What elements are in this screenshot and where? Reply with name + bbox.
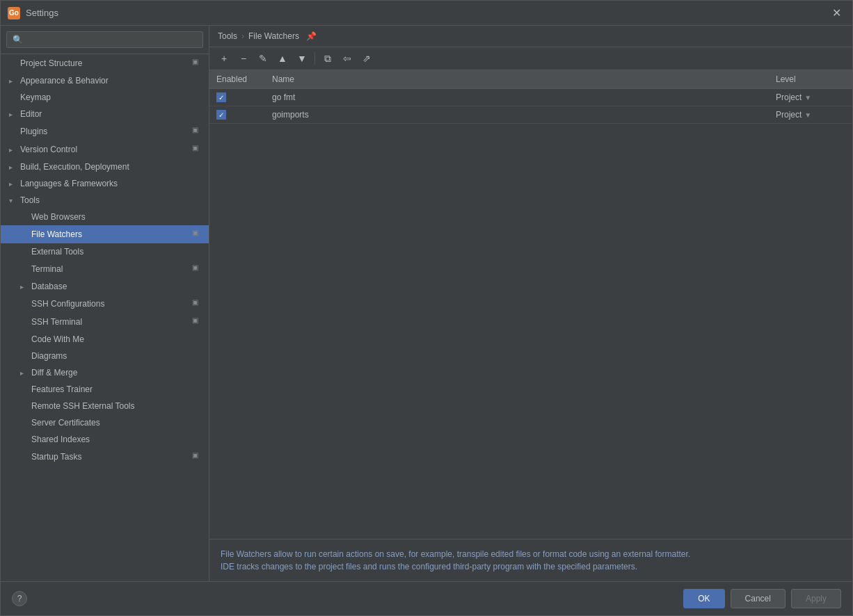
sidebar-item-label: Build, Execution, Deployment: [20, 162, 203, 172]
expand-arrow: ▸: [9, 163, 19, 171]
cell-name-1: goimports: [265, 106, 769, 123]
apply-button[interactable]: Apply: [791, 589, 841, 608]
settings-icon: ▣: [192, 451, 203, 462]
sidebar-item-ssh-configurations[interactable]: SSH Configurations▣: [1, 295, 209, 313]
table-header: Enabled Name Level: [209, 70, 852, 89]
sidebar-item-web-browsers[interactable]: Web Browsers: [1, 209, 209, 225]
sidebar-item-tools[interactable]: ▾Tools: [1, 192, 209, 209]
sidebar-item-label: Startup Tasks: [31, 452, 192, 462]
expand-arrow: ▸: [9, 111, 19, 118]
sidebar-item-diff-merge[interactable]: ▸Diff & Merge: [1, 364, 209, 381]
sidebar-item-version-control[interactable]: ▸Version Control▣: [1, 140, 209, 159]
title-bar: Go Settings ✕: [1, 1, 852, 26]
sidebar-item-label: Web Browsers: [31, 212, 203, 222]
breadcrumb-separator: ›: [241, 31, 244, 41]
cancel-button[interactable]: Cancel: [731, 589, 786, 608]
sidebar-item-remote-ssh-external-tools[interactable]: Remote SSH External Tools: [1, 398, 209, 414]
move-up-button[interactable]: ▲: [273, 50, 292, 67]
sidebar-item-project-structure[interactable]: Project Structure▣: [1, 54, 209, 72]
sidebar-item-label: Server Certificates: [31, 418, 203, 428]
sidebar-item-languages-frameworks[interactable]: ▸Languages & Frameworks: [1, 175, 209, 192]
settings-icon: ▣: [192, 126, 203, 137]
checkbox-1[interactable]: [216, 110, 226, 120]
cell-level-1: Project ▼: [769, 106, 852, 123]
sidebar-item-label: Database: [31, 282, 203, 291]
close-button[interactable]: ✕: [828, 5, 845, 21]
app-icon: Go: [8, 7, 20, 19]
expand-arrow: ▸: [20, 283, 30, 291]
sidebar-item-appearance-behavior[interactable]: ▸Appearance & Behavior: [1, 72, 209, 89]
description-line2: IDE tracks changes to the project files …: [221, 560, 841, 573]
sidebar-item-label: Tools: [20, 195, 203, 205]
sidebar-item-label: File Watchers: [31, 229, 192, 239]
table-row: go fmt Project ▼: [209, 89, 852, 106]
sidebar-item-label: SSH Terminal: [31, 317, 192, 327]
sidebar-item-label: Remote SSH External Tools: [31, 401, 203, 411]
settings-icon: ▣: [192, 316, 203, 327]
edit-button[interactable]: ✎: [254, 50, 272, 67]
sidebar-item-ssh-terminal[interactable]: SSH Terminal▣: [1, 313, 209, 331]
main-panel: Tools › File Watchers 📌 + − ✎ ▲ ▼ ⧉ ⇦ ⇗: [209, 26, 852, 581]
sidebar: Project Structure▣▸Appearance & Behavior…: [1, 26, 209, 581]
level-dropdown-1[interactable]: Project ▼: [776, 110, 811, 120]
table-rows: go fmt Project ▼ goimports Project ▼: [209, 89, 852, 124]
cell-name-0: go fmt: [265, 89, 769, 106]
sidebar-item-label: Terminal: [31, 264, 192, 274]
settings-icon: ▣: [192, 144, 203, 155]
settings-icon: ▣: [192, 229, 203, 240]
sidebar-item-diagrams[interactable]: Diagrams: [1, 348, 209, 364]
col-level: Level: [769, 70, 852, 88]
sidebar-item-server-certificates[interactable]: Server Certificates: [1, 414, 209, 431]
col-name: Name: [265, 70, 769, 88]
help-button[interactable]: ?: [12, 591, 27, 606]
sidebar-item-startup-tasks[interactable]: Startup Tasks▣: [1, 448, 209, 466]
expand-arrow: ▸: [9, 146, 19, 154]
settings-dialog: Go Settings ✕ Project Structure▣▸Appeara…: [0, 0, 853, 616]
sidebar-item-label: External Tools: [31, 247, 203, 257]
sidebar-item-code-with-me[interactable]: Code With Me: [1, 331, 209, 348]
toolbar: + − ✎ ▲ ▼ ⧉ ⇦ ⇗: [209, 47, 852, 70]
sidebar-item-label: Features Trainer: [31, 384, 203, 394]
expand-arrow: ▾: [9, 197, 19, 204]
sidebar-item-label: Version Control: [20, 145, 192, 154]
sidebar-item-label: Code With Me: [31, 334, 203, 344]
import-button[interactable]: ⇦: [338, 50, 356, 67]
sidebar-item-shared-indexes[interactable]: Shared Indexes: [1, 431, 209, 448]
copy-button[interactable]: ⧉: [319, 50, 337, 67]
sidebar-item-label: Shared Indexes: [31, 435, 203, 444]
level-dropdown-0[interactable]: Project ▼: [776, 92, 811, 102]
sidebar-item-label: Diff & Merge: [31, 368, 203, 378]
sidebar-item-keymap[interactable]: Keymap: [1, 89, 209, 106]
sidebar-item-label: Keymap: [20, 92, 203, 102]
description-area: File Watchers allow to run certain actio…: [209, 539, 852, 581]
cell-enabled-0: [209, 89, 265, 106]
sidebar-item-label: Plugins: [20, 127, 192, 136]
sidebar-item-editor[interactable]: ▸Editor: [1, 106, 209, 122]
sidebar-item-features-trainer[interactable]: Features Trainer: [1, 381, 209, 398]
settings-icon: ▣: [192, 58, 203, 69]
search-input[interactable]: [6, 31, 203, 48]
export-button[interactable]: ⇗: [358, 50, 376, 67]
settings-icon: ▣: [192, 298, 203, 309]
sidebar-item-label: SSH Configurations: [31, 299, 192, 309]
remove-button[interactable]: −: [234, 50, 253, 67]
sidebar-item-label: Languages & Frameworks: [20, 179, 203, 188]
checkbox-0[interactable]: [216, 92, 226, 102]
expand-arrow: ▸: [9, 77, 19, 85]
sidebar-item-build-execution[interactable]: ▸Build, Execution, Deployment: [1, 159, 209, 175]
sidebar-item-plugins[interactable]: Plugins▣: [1, 122, 209, 140]
move-down-button[interactable]: ▼: [293, 50, 311, 67]
content-area: Project Structure▣▸Appearance & Behavior…: [1, 26, 852, 581]
add-button[interactable]: +: [215, 50, 233, 67]
table-row: goimports Project ▼: [209, 106, 852, 124]
expand-arrow: ▸: [20, 369, 30, 377]
sidebar-item-file-watchers[interactable]: File Watchers▣: [1, 225, 209, 243]
ok-button[interactable]: OK: [683, 589, 724, 608]
sidebar-item-database[interactable]: ▸Database: [1, 278, 209, 295]
settings-icon: ▣: [192, 264, 203, 275]
sidebar-item-label: Diagrams: [31, 351, 203, 361]
sidebar-item-terminal[interactable]: Terminal▣: [1, 260, 209, 278]
cell-level-0: Project ▼: [769, 89, 852, 106]
pin-icon[interactable]: 📌: [306, 31, 317, 41]
sidebar-item-external-tools[interactable]: External Tools: [1, 243, 209, 260]
